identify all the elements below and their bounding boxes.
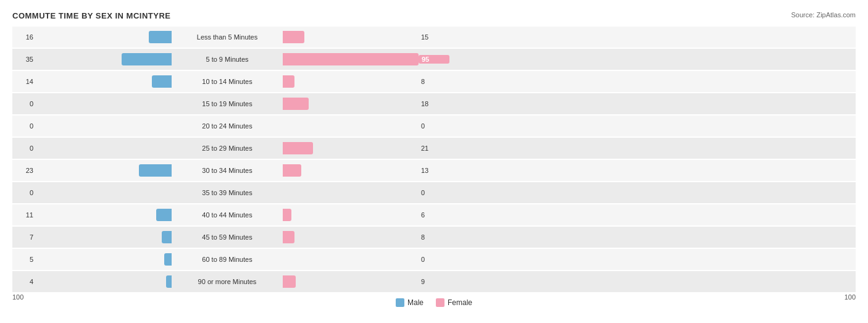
axis-right-label: 100 [845, 293, 856, 307]
female-bar [283, 98, 309, 110]
row-label: 40 to 44 Minutes [172, 211, 283, 219]
female-bar [283, 53, 419, 65]
male-bar [152, 75, 172, 88]
bar-row: 5 60 to 89 Minutes 0 [12, 249, 856, 270]
left-value: 23 [12, 167, 36, 174]
left-value: 4 [12, 278, 36, 285]
legend-female: Female [436, 298, 472, 307]
right-value: 0 [419, 122, 449, 130]
left-bar-area [36, 187, 172, 199]
left-value: 7 [12, 233, 36, 241]
right-value: 95 [419, 55, 449, 64]
right-value: 15 [419, 33, 449, 41]
right-bar-area [283, 31, 419, 43]
female-bar [283, 275, 296, 288]
left-value: 0 [12, 189, 36, 196]
female-bar [283, 231, 294, 243]
left-value: 11 [12, 211, 36, 219]
right-bar-area [283, 142, 419, 154]
right-value: 8 [419, 233, 449, 241]
legend-male: Male [396, 298, 424, 307]
bar-row: 35 5 to 9 Minutes 95 [12, 49, 856, 70]
row-label: 30 to 34 Minutes [172, 167, 283, 174]
left-bar-area [36, 120, 172, 132]
right-bar-area [283, 187, 419, 199]
right-bar-area [283, 253, 419, 266]
left-bar-area [36, 142, 172, 154]
right-value: 8 [419, 78, 449, 85]
right-value: 0 [419, 189, 449, 196]
right-value: 9 [419, 278, 449, 285]
left-value: 16 [12, 33, 36, 41]
right-value: 21 [419, 145, 449, 152]
row-label: 20 to 24 Minutes [172, 122, 283, 130]
right-bar-area [283, 75, 419, 88]
bar-row: 4 90 or more Minutes 9 [12, 271, 856, 292]
left-value: 14 [12, 78, 36, 85]
female-bar [283, 75, 294, 88]
right-bar-area [283, 275, 419, 288]
bar-row: 7 45 to 59 Minutes 8 [12, 227, 856, 248]
legend-male-label: Male [407, 298, 424, 307]
left-bar-area [36, 31, 172, 43]
bar-row: 0 20 to 24 Minutes 0 [12, 115, 856, 136]
row-label: 45 to 59 Minutes [172, 233, 283, 241]
left-value: 0 [12, 122, 36, 130]
left-bar-area [36, 75, 172, 88]
male-bar [122, 53, 172, 65]
right-bar-area [283, 164, 419, 177]
right-value: 0 [419, 256, 449, 263]
right-bar-area [283, 209, 419, 221]
right-value: 18 [419, 100, 449, 107]
right-value: 13 [419, 167, 449, 174]
bar-row: 0 35 to 39 Minutes 0 [12, 182, 856, 203]
right-bar-area [283, 53, 419, 65]
chart-title: COMMUTE TIME BY SEX IN MCINTYRE [12, 11, 856, 20]
row-label: 90 or more Minutes [172, 278, 283, 285]
row-label: 15 to 19 Minutes [172, 100, 283, 107]
row-label: 5 to 9 Minutes [172, 56, 283, 63]
row-label: 10 to 14 Minutes [172, 78, 283, 85]
row-label: Less than 5 Minutes [172, 33, 283, 41]
female-bar [283, 209, 291, 221]
female-bar [283, 164, 301, 177]
bar-row: 11 40 to 44 Minutes 6 [12, 204, 856, 225]
source-label: Source: ZipAtlas.com [791, 11, 856, 19]
right-value: 6 [419, 211, 449, 219]
left-value: 5 [12, 256, 36, 263]
female-bar [283, 142, 313, 154]
bar-row: 0 15 to 19 Minutes 18 [12, 93, 856, 114]
male-bar [139, 164, 172, 177]
bar-row: 0 25 to 29 Minutes 21 [12, 138, 856, 159]
row-label: 35 to 39 Minutes [172, 189, 283, 196]
left-bar-area [36, 164, 172, 177]
male-bar [156, 209, 172, 221]
right-bar-area [283, 98, 419, 110]
bar-row: 14 10 to 14 Minutes 8 [12, 71, 856, 92]
legend-male-box [396, 298, 404, 307]
chart-container: COMMUTE TIME BY SEX IN MCINTYRE Source: … [0, 0, 868, 323]
left-bar-area [36, 253, 172, 266]
right-bar-area [283, 120, 419, 132]
legend: Male Female [396, 298, 472, 307]
left-bar-area [36, 275, 172, 288]
bottom-axis: 100 Male Female 100 [12, 293, 856, 307]
left-value: 0 [12, 145, 36, 152]
male-bar [166, 275, 172, 288]
rows-container: 16 Less than 5 Minutes 15 35 5 to 9 Minu… [12, 27, 856, 292]
left-bar-area [36, 98, 172, 110]
left-value: 0 [12, 100, 36, 107]
left-bar-area [36, 53, 172, 65]
left-bar-area [36, 231, 172, 243]
right-bar-area [283, 231, 419, 243]
female-bar [283, 31, 304, 43]
male-bar [162, 231, 172, 243]
legend-female-box [436, 298, 444, 307]
bar-row: 16 Less than 5 Minutes 15 [12, 27, 856, 48]
left-value: 35 [12, 56, 36, 63]
male-bar [164, 253, 172, 266]
row-label: 60 to 89 Minutes [172, 256, 283, 263]
male-bar [149, 31, 172, 43]
left-bar-area [36, 209, 172, 221]
row-label: 25 to 29 Minutes [172, 145, 283, 152]
